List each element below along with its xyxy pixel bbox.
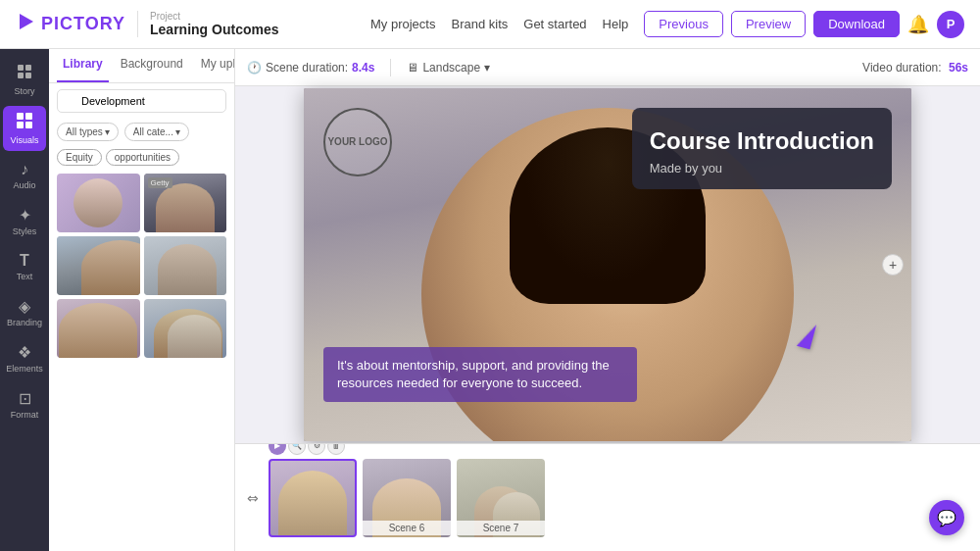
project-info: Project Learning Outcomes [137,11,278,37]
elements-icon: ❖ [18,343,31,362]
thumb-3[interactable] [57,236,140,295]
chat-bubble[interactable]: 💬 [929,500,964,535]
tag-row: Equity opportunities [49,145,234,170]
nav-help[interactable]: Help [603,17,629,31]
canvas-toolbar: 🕐 Scene duration: 8.4s 🖥 Landscape ▾ Vid… [235,49,980,86]
video-duration: Video duration: 56s [862,61,968,75]
main-layout: Story Visuals ♪ Audio ✦ Styles T Text ◈ … [0,49,980,551]
tag-opportunities[interactable]: opportunities [106,149,179,166]
svg-rect-7 [17,122,24,128]
svg-rect-4 [25,73,31,78]
scene-thumb-6[interactable]: Scene 6 [363,459,451,537]
scene-thumb-7[interactable]: Scene 7 [457,459,545,537]
panel-search: 🔍 [49,83,234,119]
timeline-music-icon[interactable]: ⇔ [247,490,259,506]
scene-card: Course Introduction Made by you [632,108,892,189]
topbar-left: PICTORY Project Learning Outcomes [16,11,278,37]
thumb-4[interactable] [144,236,227,295]
orientation-arrow: ▾ [484,61,490,75]
sidebar-label-styles: Styles [13,226,37,236]
download-button[interactable]: Download [813,11,900,37]
filter-type-arrow: ▾ [105,126,110,137]
scene-settings-icon[interactable]: ⚙ NEW [308,443,325,455]
tab-my-uploads[interactable]: My uploads [195,49,235,82]
format-icon: ⊡ [19,389,31,408]
branding-icon: ◈ [19,297,30,316]
scene-7-label: Scene 7 [457,521,545,535]
thumb-5[interactable] [57,299,140,358]
toolbar-sep-1 [390,59,391,76]
app-logo[interactable]: PICTORY [16,11,125,37]
visuals-panel: Library Background My uploads Recent ♥ 🔍… [49,49,235,551]
thumb-1[interactable] [57,174,140,232]
project-label: Project [150,11,278,22]
caption-box: It's about mentorship, support, and prov… [323,347,637,402]
sidebar-item-text[interactable]: T Text [3,246,46,287]
video-duration-value: 56s [949,61,968,75]
cursor-arrow [800,323,813,348]
sidebar-label-elements: Elements [6,364,43,374]
filter-type-label: All types [66,126,103,137]
svg-rect-1 [18,65,24,71]
canvas-area: 🕐 Scene duration: 8.4s 🖥 Landscape ▾ Vid… [235,49,980,551]
sidebar-item-branding[interactable]: ◈ Branding [3,291,46,333]
sidebar-item-elements[interactable]: ❖ Elements [3,337,46,379]
scene-card-title: Course Introduction [650,127,874,155]
sidebar-item-format[interactable]: ⊡ Format [3,383,46,426]
panel-filters: All types ▾ All cate... ▾ [49,119,234,145]
nav-get-started[interactable]: Get started [523,17,586,31]
panel-grid: Getty [49,170,234,362]
sidebar: Story Visuals ♪ Audio ✦ Styles T Text ◈ … [0,49,49,551]
svg-rect-2 [25,65,31,71]
active-scene[interactable]: ▶ 🔍 ⚙ NEW 🗑 [269,459,357,537]
sidebar-label-audio: Audio [13,180,35,190]
svg-rect-3 [18,73,24,78]
sidebar-item-story[interactable]: Story [3,57,46,102]
preview-button[interactable]: Preview [731,11,806,37]
scene-duration-value: 8.4s [352,61,374,75]
scene-card-subtitle: Made by you [650,161,874,175]
previous-button[interactable]: Previous [644,11,723,37]
scene-search-icon[interactable]: 🔍 [288,443,306,455]
sidebar-label-text: Text [17,272,33,281]
sidebar-label-story: Story [14,86,34,96]
sidebar-item-styles[interactable]: ✦ Styles [3,200,46,242]
sidebar-label-visuals: Visuals [11,135,39,145]
svg-rect-5 [17,113,24,120]
orientation-selector[interactable]: 🖥 Landscape ▾ [407,61,490,75]
active-scene-icons: ▶ 🔍 ⚙ NEW 🗑 [269,443,345,455]
topbar-actions: Previous Preview Download 🔔 P [644,11,964,38]
tab-library[interactable]: Library [57,49,109,82]
filter-category[interactable]: All cate... ▾ [124,123,189,141]
topbar-nav: My projects Brand kits Get started Help [370,17,628,31]
svg-rect-6 [25,113,32,120]
thumb-2[interactable]: Getty [144,174,227,232]
video-duration-label: Video duration: [862,61,942,75]
scene-duration: 🕐 Scene duration: 8.4s [247,61,374,75]
filter-type[interactable]: All types ▾ [57,123,119,141]
topbar-right: My projects Brand kits Get started Help … [370,11,964,38]
tab-background[interactable]: Background [115,49,189,82]
search-input[interactable] [57,89,226,113]
sidebar-item-audio[interactable]: ♪ Audio [3,155,46,196]
clock-icon: 🕐 [247,61,262,75]
styles-icon: ✦ [19,206,31,225]
topbar: PICTORY Project Learning Outcomes My pro… [0,0,980,49]
scene-play-icon[interactable]: ▶ [269,443,286,455]
caption-text: It's about mentorship, support, and prov… [337,358,610,390]
thumb-6[interactable] [144,299,227,358]
canvas-wrapper: YOUR LOGO Course Introduction Made by yo… [235,86,980,443]
sidebar-label-format: Format [11,410,39,420]
logo-text: YOUR LOGO [327,136,387,148]
filter-category-label: All cate... [133,126,173,137]
add-scene-button[interactable]: + [882,254,904,276]
avatar[interactable]: P [937,11,964,38]
nav-my-projects[interactable]: My projects [370,17,435,31]
tag-equity[interactable]: Equity [57,149,102,166]
scene-delete-icon[interactable]: 🗑 [327,443,345,455]
scene-duration-label: Scene duration: [266,61,348,75]
sidebar-item-visuals[interactable]: Visuals [3,106,46,151]
nav-brand-kits[interactable]: Brand kits [451,17,508,31]
logo-circle[interactable]: YOUR LOGO [323,108,392,176]
bell-icon[interactable]: 🔔 [907,14,929,35]
